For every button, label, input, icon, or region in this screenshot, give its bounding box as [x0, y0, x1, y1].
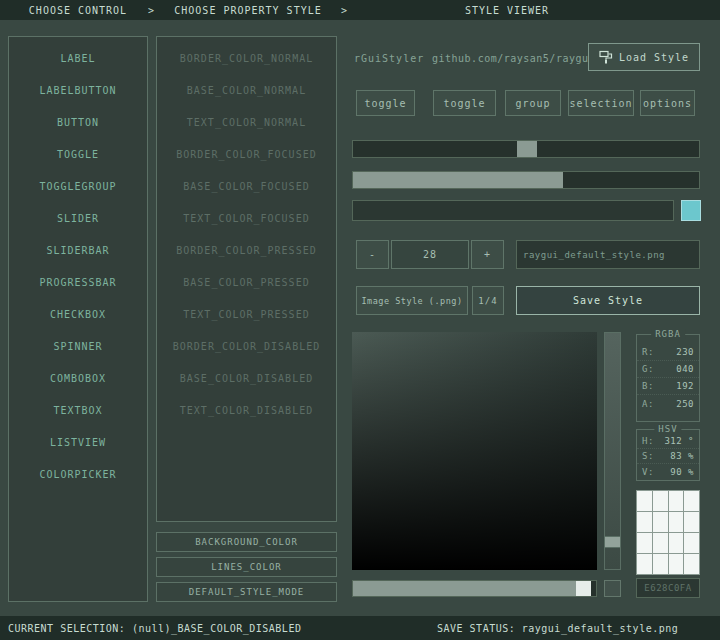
rgba-a-value: 250 [676, 399, 694, 409]
header-choose-property-style: CHOOSE PROPERTY STYLE [158, 5, 338, 16]
lines-color-button[interactable]: LINES_COLOR [156, 557, 337, 577]
rgba-row: A: 250 [637, 395, 699, 412]
rgba-r-value: 230 [676, 347, 694, 357]
load-style-label: Load Style [619, 52, 689, 63]
paint-roller-icon [599, 50, 613, 64]
rgba-g-value: 040 [676, 364, 694, 374]
rgba-row: B: 192 [637, 378, 699, 395]
property-list-item[interactable]: BASE_COLOR_DISABLED [157, 362, 336, 394]
hue-slider-handle[interactable] [604, 536, 621, 548]
property-list-item[interactable]: TEXT_COLOR_NORMAL [157, 106, 336, 138]
rgba-row: G: 040 [637, 361, 699, 378]
control-list-item[interactable]: TOGGLE [9, 138, 147, 170]
property-list-item[interactable]: TEXT_COLOR_PRESSED [157, 298, 336, 330]
palette-cell[interactable] [653, 554, 668, 574]
spinner-minus-button[interactable]: - [356, 240, 389, 269]
property-list-item[interactable]: BASE_COLOR_NORMAL [157, 74, 336, 106]
property-list-item[interactable]: TEXT_COLOR_DISABLED [157, 394, 336, 426]
rgba-panel-title: RGBA [651, 329, 685, 339]
palette-cell[interactable] [653, 512, 668, 532]
control-list-item[interactable]: SLIDERBAR [9, 234, 147, 266]
hsv-row: H: 312 ° [637, 434, 699, 449]
control-list-item[interactable]: COMBOBOX [9, 362, 147, 394]
color-picker-area[interactable] [352, 332, 597, 570]
palette-cell[interactable] [669, 554, 684, 574]
property-list-item[interactable]: BORDER_COLOR_PRESSED [157, 234, 336, 266]
toggle-button[interactable]: toggle [433, 90, 496, 116]
control-list-item[interactable]: LABEL [9, 42, 147, 74]
palette-cell[interactable] [637, 554, 652, 574]
background-color-button[interactable]: BACKGROUND_COLOR [156, 532, 337, 552]
control-list-item[interactable]: LABELBUTTON [9, 74, 147, 106]
property-list-item[interactable]: BORDER_COLOR_DISABLED [157, 330, 336, 362]
checkbox-preview[interactable] [681, 200, 701, 221]
hex-color-input[interactable]: E628C0FA [636, 578, 700, 598]
toggle-button[interactable]: toggle [356, 90, 415, 116]
control-list-item[interactable]: LISTVIEW [9, 426, 147, 458]
property-list-item[interactable]: BASE_COLOR_PRESSED [157, 266, 336, 298]
app-name-label: rGuiStyler [354, 53, 424, 64]
alpha-slider-handle[interactable] [576, 581, 591, 596]
group-toggle-button[interactable]: group [505, 90, 561, 116]
property-list-item[interactable]: BORDER_COLOR_NORMAL [157, 42, 336, 74]
image-style-button[interactable]: Image Style (.png) [356, 286, 468, 315]
sliderbar-preview[interactable] [352, 171, 700, 189]
selection-toggle-button[interactable]: selection [568, 90, 634, 116]
palette-cell[interactable] [684, 533, 699, 553]
hsv-row: V: 90 % [637, 464, 699, 479]
options-toggle-button[interactable]: options [640, 90, 695, 116]
hsv-panel: HSV H: 312 ° S: 83 % V: 90 % [636, 429, 700, 481]
control-list-item[interactable]: PROGRESSBAR [9, 266, 147, 298]
save-status: SAVE STATUS: raygui_default_style.png [437, 623, 678, 634]
palette-cell[interactable] [669, 533, 684, 553]
rgba-a-label: A: [642, 399, 654, 409]
control-list-item[interactable]: SPINNER [9, 330, 147, 362]
palette-cell[interactable] [669, 491, 684, 511]
slider-handle[interactable] [517, 141, 537, 157]
palette-cell[interactable] [653, 491, 668, 511]
rguistyler-window: CHOOSE CONTROL > CHOOSE PROPERTY STYLE >… [0, 0, 720, 640]
color-sample-box[interactable] [604, 580, 621, 597]
ratio-value-box[interactable]: 1/4 [472, 286, 504, 315]
palette-cell[interactable] [637, 512, 652, 532]
hsv-row: S: 83 % [637, 449, 699, 464]
text-input[interactable] [352, 200, 674, 221]
control-list-item[interactable]: SLIDER [9, 202, 147, 234]
palette-cell[interactable] [684, 491, 699, 511]
palette-cell[interactable] [637, 491, 652, 511]
rgba-row: R: 230 [637, 344, 699, 361]
sliderbar-fill [353, 172, 563, 188]
property-list-item[interactable]: BORDER_COLOR_FOCUSED [157, 138, 336, 170]
hsv-v-label: V: [642, 467, 654, 477]
chevron-right-icon: > [148, 5, 155, 16]
palette-cell[interactable] [637, 533, 652, 553]
style-palette-grid [636, 490, 700, 575]
property-list-item[interactable]: BASE_COLOR_FOCUSED [157, 170, 336, 202]
hsv-s-value: 83 % [670, 451, 694, 461]
top-header: CHOOSE CONTROL > CHOOSE PROPERTY STYLE >… [0, 0, 720, 20]
save-style-button[interactable]: Save Style [516, 286, 700, 315]
rgba-panel: RGBA R: 230 G: 040 B: 192 A: 250 [636, 334, 700, 422]
palette-cell[interactable] [684, 512, 699, 532]
filename-input[interactable]: raygui_default_style.png [516, 240, 700, 269]
palette-cell[interactable] [684, 554, 699, 574]
control-list-item[interactable]: BUTTON [9, 106, 147, 138]
alpha-slider[interactable] [352, 580, 597, 597]
rgba-g-label: G: [642, 364, 654, 374]
hsv-h-label: H: [642, 436, 654, 446]
control-list-item[interactable]: CHECKBOX [9, 298, 147, 330]
status-bar: CURRENT SELECTION: (null)_BASE_COLOR_DIS… [0, 616, 720, 640]
control-list-item[interactable]: TEXTBOX [9, 394, 147, 426]
load-style-button[interactable]: Load Style [588, 43, 700, 71]
palette-cell[interactable] [653, 533, 668, 553]
spinner-plus-button[interactable]: + [471, 240, 504, 269]
control-list-item[interactable]: TOGGLEGROUP [9, 170, 147, 202]
slider-preview[interactable] [352, 140, 700, 158]
property-list-item[interactable]: TEXT_COLOR_FOCUSED [157, 202, 336, 234]
spinner-value[interactable]: 28 [391, 240, 469, 269]
current-selection-status: CURRENT SELECTION: (null)_BASE_COLOR_DIS… [8, 623, 301, 634]
palette-cell[interactable] [669, 512, 684, 532]
control-list-item[interactable]: COLORPICKER [9, 458, 147, 490]
default-style-mode-button[interactable]: DEFAULT_STYLE_MODE [156, 582, 337, 602]
hue-slider[interactable] [604, 332, 621, 570]
